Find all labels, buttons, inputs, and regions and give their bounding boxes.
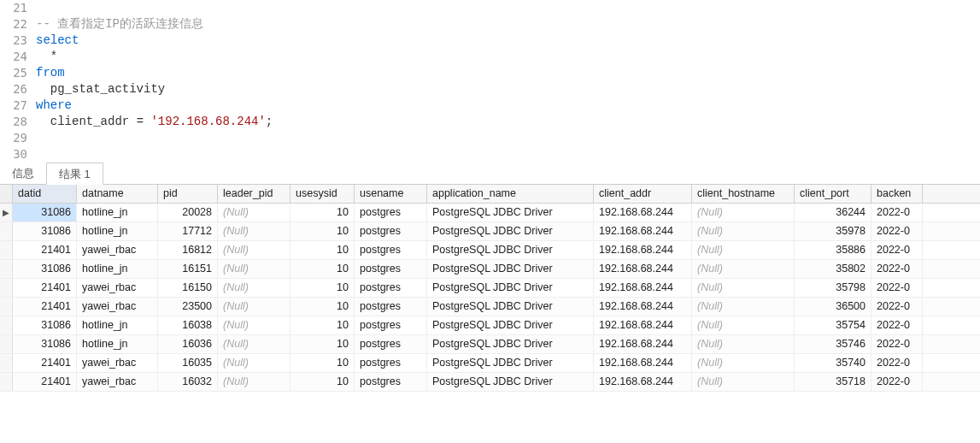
cell-backend[interactable]: 2022-0: [871, 260, 923, 278]
cell-datid[interactable]: 21401: [13, 279, 77, 297]
cell-usename[interactable]: postgres: [355, 204, 427, 222]
code-content[interactable]: -- 查看指定IP的活跃连接信息: [36, 16, 203, 32]
cell-datname[interactable]: yawei_rbac: [77, 241, 158, 259]
cell-backend[interactable]: 2022-0: [871, 298, 923, 316]
cell-client_port[interactable]: 35718: [795, 373, 871, 391]
col-header-client-port[interactable]: client_port: [795, 185, 871, 203]
table-row[interactable]: 21401yawei_rbac16032(Null)10postgresPost…: [0, 373, 980, 392]
table-row[interactable]: 31086hotline_jn16151(Null)10postgresPost…: [0, 260, 980, 279]
cell-application_name[interactable]: PostgreSQL JDBC Driver: [427, 222, 594, 240]
cell-pid[interactable]: 16812: [158, 241, 218, 259]
row-selector[interactable]: [0, 241, 13, 259]
cell-client_hostname[interactable]: (Null): [692, 279, 795, 297]
cell-usesysid[interactable]: 10: [290, 354, 355, 372]
tab-result-1[interactable]: 结果 1: [46, 162, 103, 185]
cell-pid[interactable]: 16151: [158, 260, 218, 278]
cell-usename[interactable]: postgres: [355, 260, 427, 278]
cell-client_addr[interactable]: 192.168.68.244: [594, 222, 692, 240]
cell-client_port[interactable]: 35746: [795, 335, 871, 353]
cell-usesysid[interactable]: 10: [290, 316, 355, 334]
cell-usesysid[interactable]: 10: [290, 204, 355, 222]
cell-leader_pid[interactable]: (Null): [218, 241, 290, 259]
col-header-pid[interactable]: pid: [158, 185, 218, 203]
cell-leader_pid[interactable]: (Null): [218, 260, 290, 278]
cell-backend[interactable]: 2022-0: [871, 354, 923, 372]
code-line[interactable]: 23select: [0, 32, 980, 49]
table-row[interactable]: 21401yawei_rbac23500(Null)10postgresPost…: [0, 298, 980, 316]
cell-client_port[interactable]: 36244: [795, 204, 871, 222]
code-line[interactable]: 29: [0, 130, 980, 146]
cell-usename[interactable]: postgres: [355, 298, 427, 316]
cell-datid[interactable]: 21401: [13, 298, 77, 316]
cell-client_hostname[interactable]: (Null): [692, 260, 795, 278]
row-selector[interactable]: [0, 335, 13, 353]
cell-backend[interactable]: 2022-0: [871, 373, 923, 391]
sql-editor[interactable]: 2122-- 查看指定IP的活跃连接信息23select24 *25from26…: [0, 0, 980, 162]
col-header-usename[interactable]: usename: [355, 185, 427, 203]
cell-backend[interactable]: 2022-0: [871, 279, 923, 297]
code-content[interactable]: pg_stat_activity: [36, 81, 165, 97]
cell-datname[interactable]: yawei_rbac: [77, 298, 158, 316]
cell-datname[interactable]: hotline_jn: [77, 222, 158, 240]
code-content[interactable]: where: [36, 97, 72, 114]
cell-pid[interactable]: 17712: [158, 222, 218, 240]
cell-backend[interactable]: 2022-0: [871, 241, 923, 259]
cell-application_name[interactable]: PostgreSQL JDBC Driver: [427, 354, 594, 372]
cell-client_addr[interactable]: 192.168.68.244: [594, 279, 692, 297]
cell-usename[interactable]: postgres: [355, 373, 427, 391]
code-line[interactable]: 26 pg_stat_activity: [0, 81, 980, 97]
cell-client_port[interactable]: 36500: [795, 298, 871, 316]
code-line[interactable]: 28 client_addr = '192.168.68.244';: [0, 114, 980, 130]
col-header-leader-pid[interactable]: leader_pid: [218, 185, 290, 203]
cell-application_name[interactable]: PostgreSQL JDBC Driver: [427, 335, 594, 353]
code-content[interactable]: from: [36, 65, 65, 81]
table-row[interactable]: ▶31086hotline_jn20028(Null)10postgresPos…: [0, 204, 980, 222]
cell-client_addr[interactable]: 192.168.68.244: [594, 316, 692, 334]
results-grid[interactable]: datid datname pid leader_pid usesysid us…: [0, 185, 980, 392]
cell-client_addr[interactable]: 192.168.68.244: [594, 354, 692, 372]
cell-backend[interactable]: 2022-0: [871, 204, 923, 222]
cell-pid[interactable]: 16038: [158, 316, 218, 334]
cell-datid[interactable]: 21401: [13, 373, 77, 391]
cell-datid[interactable]: 21401: [13, 354, 77, 372]
cell-pid[interactable]: 16036: [158, 335, 218, 353]
row-selector[interactable]: [0, 298, 13, 316]
cell-client_hostname[interactable]: (Null): [692, 335, 795, 353]
table-row[interactable]: 21401yawei_rbac16150(Null)10postgresPost…: [0, 279, 980, 298]
cell-datname[interactable]: hotline_jn: [77, 335, 158, 353]
cell-client_port[interactable]: 35798: [795, 279, 871, 297]
cell-application_name[interactable]: PostgreSQL JDBC Driver: [427, 298, 594, 316]
col-header-backend[interactable]: backen: [871, 185, 923, 203]
cell-usename[interactable]: postgres: [355, 241, 427, 259]
cell-application_name[interactable]: PostgreSQL JDBC Driver: [427, 241, 594, 259]
cell-backend[interactable]: 2022-0: [871, 316, 923, 334]
cell-datid[interactable]: 31086: [13, 335, 77, 353]
cell-pid[interactable]: 16035: [158, 354, 218, 372]
cell-usesysid[interactable]: 10: [290, 335, 355, 353]
cell-datid[interactable]: 31086: [13, 222, 77, 240]
cell-datname[interactable]: yawei_rbac: [77, 354, 158, 372]
cell-backend[interactable]: 2022-0: [871, 222, 923, 240]
row-selector[interactable]: [0, 222, 13, 240]
cell-application_name[interactable]: PostgreSQL JDBC Driver: [427, 279, 594, 297]
cell-usesysid[interactable]: 10: [290, 222, 355, 240]
table-row[interactable]: 21401yawei_rbac16812(Null)10postgresPost…: [0, 241, 980, 260]
col-header-application-name[interactable]: application_name: [427, 185, 594, 203]
cell-usesysid[interactable]: 10: [290, 279, 355, 297]
cell-datname[interactable]: yawei_rbac: [77, 373, 158, 391]
cell-client_hostname[interactable]: (Null): [692, 373, 795, 391]
cell-datid[interactable]: 31086: [13, 204, 77, 222]
code-line[interactable]: 30: [0, 146, 980, 162]
code-line[interactable]: 27where: [0, 97, 980, 114]
tab-info[interactable]: 信息: [0, 162, 46, 184]
col-header-client-hostname[interactable]: client_hostname: [692, 185, 795, 203]
cell-client_hostname[interactable]: (Null): [692, 354, 795, 372]
cell-application_name[interactable]: PostgreSQL JDBC Driver: [427, 260, 594, 278]
cell-usesysid[interactable]: 10: [290, 260, 355, 278]
cell-leader_pid[interactable]: (Null): [218, 354, 290, 372]
cell-datname[interactable]: hotline_jn: [77, 316, 158, 334]
code-line[interactable]: 25from: [0, 65, 980, 81]
cell-pid[interactable]: 16150: [158, 279, 218, 297]
cell-usesysid[interactable]: 10: [290, 241, 355, 259]
row-selector[interactable]: [0, 354, 13, 372]
